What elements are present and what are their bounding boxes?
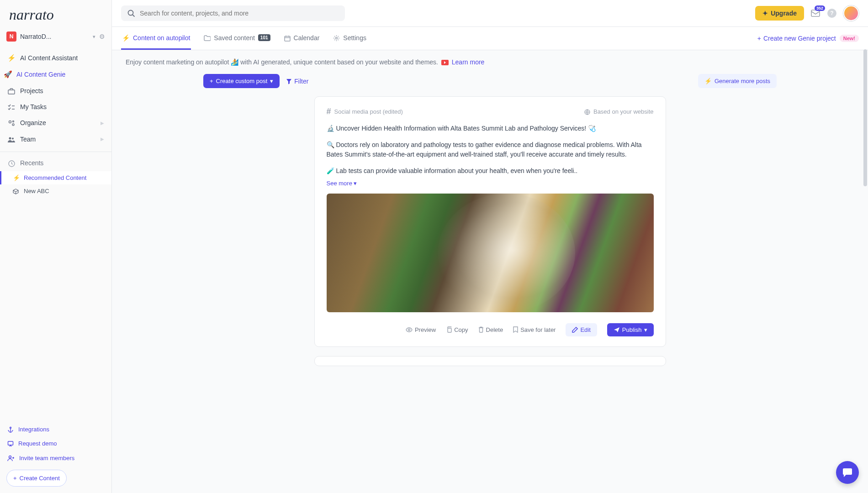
see-more-link[interactable]: See more ▾ (327, 180, 357, 187)
tab-saved[interactable]: Saved content 101 (203, 27, 271, 50)
chevron-down-icon: ▾ (354, 180, 357, 187)
search-icon (127, 9, 135, 17)
sidebar-link-demo[interactable]: Request demo (0, 436, 111, 451)
sidebar: narrato N NarratoD... ▾ ⚙ ⚡ AI Content A… (0, 0, 112, 493)
send-icon (614, 327, 620, 333)
upgrade-button[interactable]: ✦ Upgrade (755, 6, 804, 21)
gear-icon (333, 34, 340, 42)
intro-message: Enjoy content marketing on autopilot 🏄 w… (126, 58, 438, 66)
svg-point-4 (9, 137, 11, 140)
action-label: Delete (486, 326, 503, 333)
folder-icon (204, 34, 211, 42)
preview-button[interactable]: Preview (406, 326, 436, 333)
sidebar-recent-new-abc[interactable]: New ABC (0, 184, 111, 198)
workspace-badge: N (6, 31, 16, 42)
notification-count: 352 (815, 5, 825, 11)
user-avatar[interactable] (843, 5, 859, 21)
post-source-label: Based on your website (593, 108, 654, 115)
main: ✦ Upgrade 352 ? ⚡ Content on autopilot (112, 0, 868, 493)
sidebar-recent-recommended[interactable]: ⚡ Recommended Content (0, 171, 111, 184)
learn-more-link[interactable]: Learn more (452, 58, 485, 66)
pencil-icon (572, 327, 578, 333)
svg-rect-18 (448, 328, 451, 332)
button-label: Create custom post (216, 78, 268, 84)
link-label: Integrations (18, 426, 49, 433)
svg-rect-11 (811, 10, 820, 16)
search-input[interactable] (140, 10, 339, 17)
sidebar-recents-header[interactable]: Recents (0, 155, 111, 171)
create-custom-post-button[interactable]: + Create custom post ▾ (203, 74, 280, 88)
save-button[interactable]: Save for later (513, 326, 556, 333)
svg-text:?: ? (830, 10, 833, 16)
post-paragraph: 🔬 Uncover Hidden Health Information with… (327, 124, 654, 134)
calendar-icon (284, 34, 291, 42)
action-label: Edit (580, 326, 590, 333)
sidebar-item-my-tasks[interactable]: My Tasks (0, 99, 111, 115)
tabs: ⚡ Content on autopilot Saved content 101… (112, 27, 868, 50)
nav-label: AI Content Genie (16, 71, 65, 78)
youtube-icon (441, 60, 449, 65)
team-icon (7, 135, 16, 143)
copy-button[interactable]: Copy (446, 326, 468, 333)
post-image (327, 194, 654, 312)
tab-label: Content on autopilot (133, 34, 190, 42)
chevron-right-icon: ▶ (101, 136, 104, 142)
nav-label: Team (20, 136, 36, 143)
gear-icon[interactable]: ⚙ (99, 33, 105, 40)
workspace-name: NarratoD... (20, 33, 89, 40)
workspace-selector[interactable]: N NarratoD... ▾ ⚙ (0, 28, 111, 48)
hash-icon: # (327, 107, 331, 116)
cube-icon (13, 188, 19, 194)
sidebar-item-projects[interactable]: Projects (0, 83, 111, 99)
action-label: Preview (415, 326, 436, 333)
help-icon[interactable]: ? (827, 8, 837, 18)
chevron-down-icon: ▾ (270, 78, 273, 84)
post-source: Based on your website (584, 108, 654, 115)
toolbar: + Create custom post ▾ Filter ⚡ Generate… (112, 74, 868, 96)
chat-widget[interactable] (836, 461, 859, 484)
bolt-icon: ⚡ (7, 54, 16, 62)
chevron-down-icon[interactable]: ▾ (93, 34, 95, 40)
globe-icon (584, 108, 590, 115)
edit-button[interactable]: Edit (566, 323, 597, 336)
create-content-button[interactable]: + Create Content (6, 470, 67, 487)
publish-button[interactable]: Publish ▾ (607, 323, 654, 336)
content-area: Enjoy content marketing on autopilot 🏄 w… (112, 50, 868, 493)
sidebar-item-organize[interactable]: Organize ▶ (0, 115, 111, 131)
post-actions: Preview Copy Delete Save for later (327, 321, 654, 336)
bolt-icon: ⚡ (704, 78, 712, 84)
sidebar-item-ai-genie[interactable]: 🚀 AI Content Genie (0, 66, 111, 83)
svg-rect-14 (285, 36, 290, 41)
sidebar-item-ai-assistant[interactable]: ⚡ AI Content Assistant (0, 50, 111, 66)
user-plus-icon (7, 454, 15, 462)
sidebar-link-integrations[interactable]: Integrations (0, 422, 111, 436)
nav-label: Organize (20, 119, 46, 126)
sidebar-link-invite[interactable]: Invite team members (0, 451, 111, 465)
tab-calendar[interactable]: Calendar (283, 27, 321, 50)
tab-autopilot[interactable]: ⚡ Content on autopilot (121, 27, 191, 50)
create-project-link[interactable]: + Create new Genie project (757, 35, 836, 42)
see-more-label: See more (327, 180, 352, 187)
trash-icon (478, 326, 484, 333)
plus-icon: + (757, 35, 761, 42)
inbox-icon[interactable]: 352 (810, 8, 820, 18)
svg-point-10 (128, 10, 133, 16)
scrollbar[interactable] (863, 49, 867, 186)
search-bar[interactable] (121, 5, 345, 21)
delete-button[interactable]: Delete (478, 326, 503, 333)
svg-point-9 (9, 456, 11, 458)
sidebar-bottom: Integrations Request demo Invite team me… (0, 422, 111, 493)
svg-point-5 (12, 138, 14, 140)
clock-icon (7, 159, 16, 167)
svg-point-17 (408, 329, 410, 330)
sidebar-item-team[interactable]: Team ▶ (0, 131, 111, 147)
presentation-icon (7, 440, 14, 447)
generate-more-button[interactable]: ⚡ Generate more posts (698, 74, 777, 88)
button-label: Generate more posts (715, 78, 770, 84)
tab-settings[interactable]: Settings (332, 27, 367, 50)
tab-label: Saved content (214, 34, 255, 42)
post-header: # Social media post (edited) Based on yo… (327, 107, 654, 116)
filter-button[interactable]: Filter (286, 78, 308, 85)
action-label: Save for later (520, 326, 556, 333)
post-card-next (314, 356, 666, 366)
